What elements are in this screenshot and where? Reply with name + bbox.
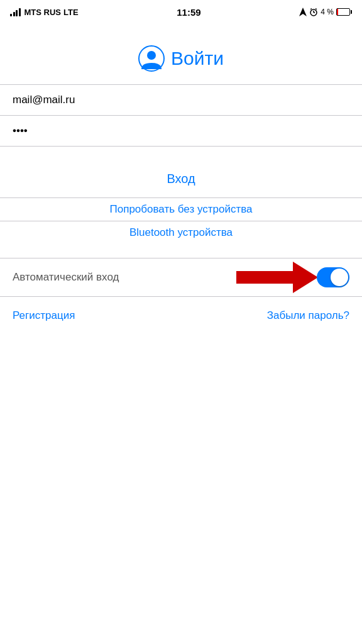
- register-button[interactable]: Регистрация: [13, 309, 75, 322]
- password-field[interactable]: [0, 116, 362, 146]
- svg-line-4: [315, 9, 317, 10]
- carrier-label: MTS RUS: [25, 8, 62, 17]
- status-bar: MTS RUS LTE 11:59 4 %: [0, 0, 362, 23]
- page-title: Войти: [171, 48, 224, 69]
- email-section: [0, 85, 362, 115]
- battery-percent: 4 %: [321, 8, 334, 16]
- try-without-device-button[interactable]: Попробовать без устройства: [0, 198, 362, 221]
- auto-login-label: Автоматический вход: [13, 271, 119, 284]
- password-section: [0, 116, 362, 146]
- svg-line-3: [310, 9, 312, 10]
- svg-marker-7: [236, 262, 318, 293]
- arrow-annotation: [236, 258, 318, 296]
- signal-icon: [10, 8, 21, 16]
- page-header: Войти: [0, 35, 362, 84]
- email-field[interactable]: [0, 85, 362, 115]
- toggle-knob: [331, 269, 348, 286]
- user-avatar-icon: [138, 45, 165, 72]
- network-label: LTE: [63, 8, 79, 17]
- svg-point-6: [147, 51, 156, 60]
- forgot-password-button[interactable]: Забыли пароль?: [267, 309, 349, 322]
- bluetooth-devices-button[interactable]: Bluetooth устройства: [0, 221, 362, 244]
- status-left: MTS RUS LTE: [10, 8, 79, 17]
- status-time: 11:59: [177, 7, 200, 18]
- auto-login-row: Автоматический вход: [0, 258, 362, 297]
- login-section: Вход Попробовать без устройства Bluetoot…: [0, 147, 362, 250]
- battery-icon: [336, 8, 352, 16]
- bottom-links: Регистрация Забыли пароль?: [0, 297, 362, 335]
- location-icon: [299, 8, 307, 16]
- main-content: Войти Вход Попробовать без устройства Bl…: [0, 23, 362, 335]
- login-button[interactable]: Вход: [167, 165, 195, 197]
- auto-login-toggle[interactable]: [317, 267, 349, 287]
- alarm-icon: [309, 8, 318, 16]
- status-right: 4 %: [299, 8, 352, 16]
